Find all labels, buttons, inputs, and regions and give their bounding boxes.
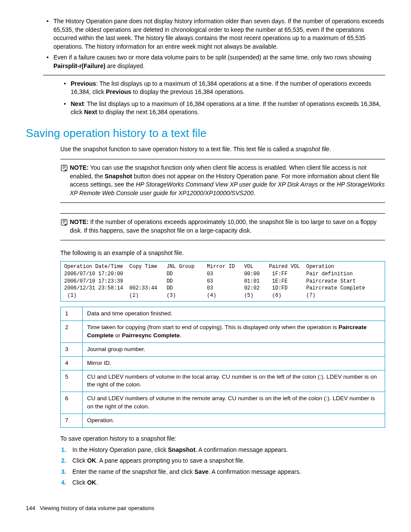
bullet-text-bold: Pairsplit-r(Failure) bbox=[53, 62, 106, 69]
divider bbox=[60, 202, 385, 203]
legend-num: 5 bbox=[61, 370, 83, 392]
step-number: 4. bbox=[61, 479, 66, 487]
divider bbox=[60, 213, 385, 214]
legend-num: 7 bbox=[61, 414, 83, 428]
next-bold: Next bbox=[84, 109, 97, 115]
note-1: NOTE: You can use the snapshot function … bbox=[60, 164, 385, 197]
next-text-b: to display the next 16,384 operations. bbox=[97, 109, 199, 115]
previous-label: Previous bbox=[71, 80, 96, 87]
legend-text: CU and LDEV numbers of volume in the rem… bbox=[83, 392, 385, 414]
example-lead: The following is an example of a snapsho… bbox=[60, 249, 385, 258]
note-2: NOTE: If the number of operations exceed… bbox=[60, 218, 385, 235]
note-label: NOTE: bbox=[70, 164, 89, 171]
divider bbox=[43, 75, 385, 75]
snapshot-example: Operation Date/Time Copy Time JNL Group … bbox=[60, 261, 385, 302]
intro-text-b: . bbox=[330, 146, 331, 152]
note1-text-d: . bbox=[254, 190, 255, 196]
previous-bullet: Previous: The list displays up to a maxi… bbox=[60, 80, 385, 96]
previous-text-b: to display the previous 16,384 operation… bbox=[131, 88, 245, 95]
divider bbox=[60, 240, 385, 240]
legend-row: 7Operation. bbox=[61, 414, 385, 428]
legend-num: 2 bbox=[61, 320, 83, 342]
step-item: 3.Enter the name of the snapshot file, a… bbox=[60, 468, 385, 476]
legend-text: Time taken for copying (from start to en… bbox=[83, 320, 385, 342]
page-number: 144 bbox=[26, 505, 35, 511]
step-number: 3. bbox=[61, 468, 66, 476]
step-item: 2.Click OK. A pane appears prompting you… bbox=[60, 457, 385, 465]
step-number: 2. bbox=[61, 457, 66, 465]
steps-lead: To save operation history to a snapshot … bbox=[60, 435, 385, 443]
legend-num: 6 bbox=[61, 392, 83, 414]
step-number: 1. bbox=[61, 446, 66, 454]
bullet-text: The History Operation pane does not disp… bbox=[53, 18, 384, 50]
note-label: NOTE: bbox=[70, 218, 89, 225]
legend-row: 4Mirror ID. bbox=[61, 356, 385, 370]
intro-block: Use the snapshot function to save operat… bbox=[60, 145, 385, 487]
bullet-text-suffix: are displayed. bbox=[106, 62, 145, 69]
legend-num: 4 bbox=[61, 356, 83, 370]
note-icon bbox=[60, 218, 68, 226]
divider bbox=[60, 159, 385, 159]
steps-list: 1.In the History Operation pane, click S… bbox=[60, 446, 385, 487]
note1-italic1: HP StorageWorks Command View XP user gui… bbox=[136, 181, 318, 188]
legend-row: 2Time taken for copying (from start to e… bbox=[61, 320, 385, 342]
top-bullet-block: The History Operation pane does not disp… bbox=[43, 17, 385, 75]
page-footer: 144 Viewing history of data volume pair … bbox=[26, 504, 385, 512]
legend-row: 1Data and time operation finished. bbox=[61, 307, 385, 321]
note-icon bbox=[60, 164, 68, 172]
section-title: Saving operation history to a text file bbox=[26, 125, 385, 141]
top-bullet-1: The History Operation pane does not disp… bbox=[43, 17, 385, 51]
legend-text: Operation. bbox=[83, 414, 385, 428]
legend-table: 1Data and time operation finished.2Time … bbox=[60, 307, 385, 428]
legend-num: 3 bbox=[61, 342, 83, 356]
bullet-text-prefix: Even if a failure causes two or more dat… bbox=[53, 54, 371, 61]
legend-text: CU and LDEV numbers of volume in the loc… bbox=[83, 370, 385, 392]
prev-next-block: Previous: The list displays up to a maxi… bbox=[60, 80, 385, 117]
legend-num: 1 bbox=[61, 307, 83, 321]
top-bullet-2: Even if a failure causes two or more dat… bbox=[43, 53, 385, 70]
legend-row: 3Journal group number. bbox=[61, 342, 385, 356]
note1-text-c: or the bbox=[318, 181, 337, 188]
intro-italic: snapshot file bbox=[296, 146, 330, 152]
step-item: 1.In the History Operation pane, click S… bbox=[60, 446, 385, 454]
legend-text: Journal group number. bbox=[83, 342, 385, 356]
footer-title: Viewing history of data volume pair oper… bbox=[40, 505, 155, 511]
note1-bold1: Snapshot bbox=[105, 173, 132, 180]
legend-row: 6CU and LDEV numbers of volume in the re… bbox=[61, 392, 385, 414]
intro-text-a: Use the snapshot function to save operat… bbox=[60, 146, 296, 152]
step-item: 4.Click OK. bbox=[60, 479, 385, 487]
legend-text: Mirror ID. bbox=[83, 356, 385, 370]
note2-text: If the number of operations exceeds appr… bbox=[70, 218, 377, 234]
next-bullet: Next: The list displays up to a maximum … bbox=[60, 100, 385, 117]
legend-row: 5CU and LDEV numbers of volume in the lo… bbox=[61, 370, 385, 392]
next-label: Next bbox=[71, 100, 84, 107]
previous-bold: Previous bbox=[106, 88, 131, 95]
legend-text: Data and time operation finished. bbox=[83, 307, 385, 321]
